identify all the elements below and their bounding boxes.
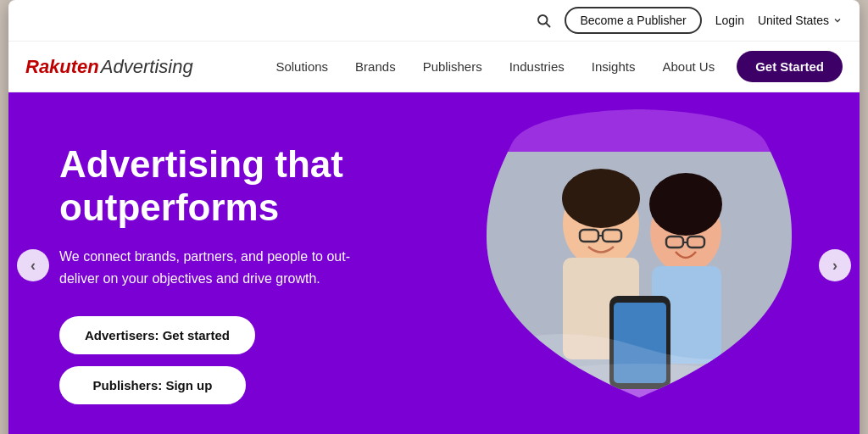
browser-frame: Become a Publisher Login United States R… [8, 0, 860, 434]
advertisers-cta-button[interactable]: Advertisers: Get started [59, 316, 255, 354]
hero-image [470, 101, 809, 389]
nav-item-insights[interactable]: Insights [580, 53, 648, 81]
hero-title: Advertising that outperforms [59, 143, 466, 229]
hero-section: ‹ Advertising that outperforms We connec… [8, 92, 860, 434]
utility-bar: Become a Publisher Login United States [8, 0, 860, 42]
main-nav: Rakuten Advertising Solutions Brands Pub… [8, 42, 860, 92]
nav-link-brands: Brands [343, 53, 408, 81]
hero-subtitle: We connect brands, partners, and people … [59, 246, 364, 289]
nav-menu: Solutions Brands Publishers Industries I… [264, 53, 726, 81]
carousel-next-button[interactable]: › [819, 249, 851, 281]
hero-content: Advertising that outperforms We connect … [59, 143, 466, 404]
nav-item-publishers[interactable]: Publishers [411, 53, 494, 81]
nav-link-insights: Insights [580, 53, 648, 81]
logo-rakuten: Rakuten [25, 56, 99, 78]
nav-link-publishers: Publishers [411, 53, 494, 81]
nav-link-industries: Industries [498, 53, 576, 81]
nav-item-solutions[interactable]: Solutions [264, 53, 340, 81]
carousel-prev-button[interactable]: ‹ [17, 249, 49, 281]
nav-item-brands[interactable]: Brands [343, 53, 408, 81]
svg-point-8 [562, 169, 640, 228]
svg-point-17 [487, 364, 792, 406]
nav-link-about-us: About Us [650, 53, 726, 81]
login-link[interactable]: Login [715, 14, 744, 27]
country-selector[interactable]: United States [758, 14, 843, 27]
become-publisher-button[interactable]: Become a Publisher [565, 7, 701, 34]
svg-line-1 [547, 23, 550, 26]
get-started-button[interactable]: Get Started [737, 51, 843, 82]
nav-link-solutions: Solutions [264, 53, 340, 81]
publishers-cta-button[interactable]: Publishers: Sign up [59, 366, 246, 404]
nav-item-industries[interactable]: Industries [498, 53, 576, 81]
country-label: United States [758, 14, 829, 27]
nav-item-about-us[interactable]: About Us [650, 53, 726, 81]
hero-buttons: Advertisers: Get started Publishers: Sig… [59, 316, 466, 404]
logo-advertising: Advertising [101, 56, 193, 78]
logo[interactable]: Rakuten Advertising [25, 56, 193, 78]
search-button[interactable] [536, 13, 551, 28]
svg-point-14 [649, 173, 722, 236]
